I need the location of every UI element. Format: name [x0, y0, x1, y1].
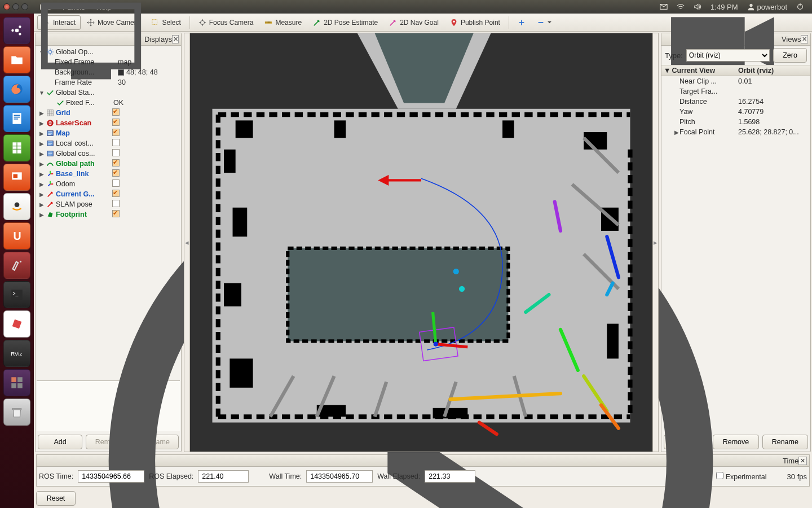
svg-point-30	[48, 50, 51, 53]
indicator-session[interactable]	[792, 3, 809, 11]
svg-rect-20	[11, 377, 16, 382]
views-close-icon[interactable]: ✕	[801, 35, 808, 43]
svg-point-2	[15, 29, 19, 33]
views-header-right: Orbit (rviz)	[736, 65, 810, 76]
launcher-amazon[interactable]	[3, 193, 30, 220]
svg-rect-8	[14, 115, 20, 116]
wall-elapsed-field[interactable]	[425, 470, 475, 483]
tool-publish-point[interactable]: Publish Point	[445, 15, 505, 30]
svg-point-4	[19, 25, 21, 28]
window-close-icon[interactable]	[3, 3, 10, 10]
displays-close-icon[interactable]: ✕	[172, 35, 179, 43]
gear-icon	[46, 48, 54, 56]
svg-point-25	[200, 20, 204, 24]
time-title[interactable]: Time ✕	[36, 454, 810, 467]
svg-point-73	[453, 269, 459, 274]
ros-elapsed-label: ROS Elapsed:	[149, 472, 193, 480]
window-maximize-icon[interactable]	[21, 3, 28, 10]
launcher-files[interactable]	[3, 46, 30, 73]
launcher-writer[interactable]	[3, 105, 30, 132]
window-controls	[3, 3, 28, 10]
map-render	[190, 33, 652, 452]
launcher-settings[interactable]	[3, 252, 30, 279]
svg-rect-47	[224, 283, 241, 306]
tool-2d-nav-goal[interactable]: 2D Nav Goal	[384, 15, 444, 30]
svg-rect-18	[12, 319, 22, 329]
wall-time-label: Wall Time:	[269, 472, 302, 480]
wall-elapsed-label: Wall Elapsed:	[377, 472, 420, 480]
launcher-trash[interactable]	[3, 398, 30, 426]
launcher-impress[interactable]	[3, 164, 30, 191]
svg-rect-9	[14, 117, 20, 118]
window-minimize-icon[interactable]	[12, 3, 19, 10]
svg-text:RViz: RViz	[11, 351, 22, 357]
svg-rect-53	[607, 324, 619, 359]
views-title[interactable]: Views ✕	[661, 33, 810, 46]
display-item-checkbox[interactable]	[112, 129, 120, 136]
viewport-3d[interactable]: ◂	[184, 33, 659, 452]
view-prop[interactable]: Near Clip ...	[661, 76, 736, 86]
views-type-label: Type:	[665, 51, 683, 60]
tool-add[interactable]	[513, 15, 531, 30]
svg-point-74	[459, 286, 465, 292]
time-close-icon[interactable]: ✕	[798, 457, 807, 465]
views-type-select[interactable]: Orbit (rviz)	[686, 49, 770, 62]
svg-point-80	[434, 341, 438, 346]
views-zero-button[interactable]: Zero	[773, 48, 807, 63]
launcher-firefox[interactable]	[3, 76, 30, 103]
display-item-checkbox[interactable]	[112, 190, 120, 197]
ros-time-field[interactable]	[78, 470, 144, 483]
svg-rect-44	[236, 120, 253, 138]
viewport-handle-right[interactable]: ▸	[652, 33, 658, 452]
tool-focus-camera[interactable]: Focus Camera	[193, 15, 259, 30]
tool-select[interactable]: Select	[146, 15, 186, 30]
viewport-handle-left[interactable]: ◂	[184, 33, 190, 452]
launcher-workspace[interactable]	[3, 369, 30, 396]
display-item-checkbox[interactable]	[112, 119, 120, 126]
unity-launcher: U >_ RViz	[0, 14, 34, 508]
svg-text:>_: >_	[12, 291, 18, 296]
ros-time-label: ROS Time:	[39, 472, 73, 480]
svg-rect-10	[14, 119, 19, 120]
launcher-dash[interactable]	[3, 17, 30, 44]
tool-2d-pose-estimate[interactable]: 2D Pose Estimate	[308, 15, 383, 30]
svg-rect-23	[17, 383, 23, 388]
svg-rect-13	[14, 174, 18, 178]
display-item-checkbox[interactable]	[112, 149, 120, 156]
svg-rect-45	[224, 150, 236, 173]
launcher-calc[interactable]	[3, 134, 30, 161]
display-item-checkbox[interactable]	[112, 200, 120, 207]
svg-rect-54	[334, 120, 346, 138]
display-item-checkbox[interactable]	[112, 210, 120, 217]
launcher-rviz[interactable]: RViz	[3, 340, 30, 367]
svg-point-14	[15, 202, 20, 207]
display-item-checkbox[interactable]	[112, 169, 120, 177]
display-item-checkbox[interactable]	[112, 179, 120, 187]
view-prop-value[interactable]: 0.01	[736, 76, 810, 86]
svg-rect-43	[288, 248, 508, 341]
time-panel: Time ✕ ROS Time: ROS Elapsed: Wall Time:…	[36, 454, 810, 487]
svg-rect-22	[11, 383, 16, 388]
svg-point-5	[19, 33, 21, 35]
displays-title[interactable]: Displays ✕	[36, 33, 181, 46]
wall-time-field[interactable]	[306, 470, 373, 483]
reset-button[interactable]: Reset	[36, 491, 76, 506]
launcher-terminal[interactable]: >_	[3, 281, 30, 308]
display-item-checkbox[interactable]	[112, 139, 120, 146]
svg-rect-48	[230, 358, 253, 387]
svg-rect-55	[502, 120, 514, 138]
svg-point-3	[11, 29, 14, 32]
rviz-window: Interact Move Camera Select Focus Camera…	[34, 14, 812, 508]
fps-label: 30 fps	[787, 472, 807, 481]
ros-elapsed-field[interactable]	[198, 470, 249, 483]
tool-remove[interactable]	[532, 15, 557, 30]
svg-rect-50	[433, 408, 468, 419]
launcher-ubuntu-one[interactable]: U	[3, 222, 30, 249]
svg-text:U: U	[14, 230, 21, 242]
svg-point-27	[453, 20, 455, 23]
tool-measure[interactable]: Measure	[259, 15, 307, 30]
display-item-checkbox[interactable]	[112, 159, 120, 167]
experimental-checkbox[interactable]: Experimental	[716, 472, 766, 481]
launcher-simple-scan[interactable]	[3, 310, 30, 338]
display-item-checkbox[interactable]	[112, 108, 120, 116]
